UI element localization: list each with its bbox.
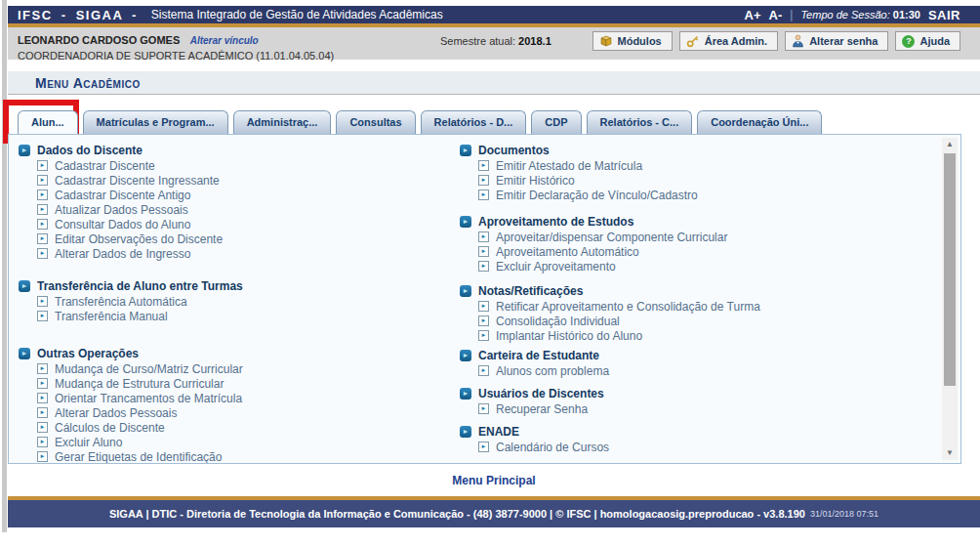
menu-column-left: ►Dados do Discente ►Cadastrar Discente ►… [19, 142, 438, 464]
tab-relatorios-d[interactable]: Relatórios - D... [421, 110, 527, 134]
session-time: 01:30 [893, 9, 920, 21]
scrollbar-up-arrow[interactable]: ▲ [942, 138, 958, 151]
menu-item-mudanca-de-estrutura-curricular[interactable]: ►Mudança de Estrutura Curricular [37, 376, 438, 391]
user-unit: COORDENADORIA DE SUPORTE ACADÊMICO (11.0… [18, 50, 980, 62]
section-arrow-icon: ► [460, 388, 471, 400]
item-arrow-icon: ► [478, 301, 489, 312]
menu-item-aproveitamento-automatico[interactable]: ►Aproveitamento Automático [478, 244, 936, 259]
menu-item-cadastrar-discente-antigo[interactable]: ►Cadastrar Discente Antigo [37, 188, 438, 202]
admin-area-button[interactable]: Área Admin. [679, 31, 778, 51]
section-usuarios-de-discentes: ►Usuários de Discentes ►Recuperar Senha [460, 385, 936, 416]
tab-relatorios-c[interactable]: Relatórios - C... [587, 110, 693, 134]
menu-column-right: ►Documentos ►Emitir Atestado de Matrícul… [460, 142, 936, 454]
user-info-bar: LEONARDO CARDOSO GOMES Alterar vínculo C… [8, 27, 980, 60]
menu-item-atualizar-dados-pessoais[interactable]: ►Atualizar Dados Pessoais [37, 202, 438, 217]
section-title: Usuários de Discentes [478, 387, 604, 400]
menu-item-label: Calendário de Cursos [496, 441, 609, 454]
menu-item-emitir-atestado[interactable]: ►Emitir Atestado de Matrícula [478, 158, 936, 173]
item-arrow-icon: ► [478, 246, 489, 257]
menu-item-mudanca-de-curso-matriz[interactable]: ►Mudança de Curso/Matriz Curricular [37, 361, 438, 376]
menu-item-label: Alunos com problema [496, 364, 609, 378]
main-menu-link[interactable]: Menu Principal [8, 474, 980, 488]
menu-item-alunos-com-problema[interactable]: ►Alunos com problema [478, 363, 936, 378]
footer-timestamp: 31/01/2018 07:51 [810, 509, 878, 519]
item-arrow-icon: ► [37, 219, 48, 230]
section-title: Outras Operações [37, 347, 139, 360]
menu-item-label: Aproveitamento Automático [496, 245, 639, 259]
session-label: Tempo de Sessão: [800, 9, 889, 21]
menu-item-consolidacao-individual[interactable]: ►Consolidação Individual [478, 314, 936, 328]
section-aproveitamento-de-estudos: ►Aproveitamento de Estudos ►Aproveitar/d… [460, 213, 936, 274]
page-title: Menu Acadêmico [35, 75, 141, 91]
scrollbar-thumb[interactable] [944, 153, 956, 386]
menu-item-calculos-de-discente[interactable]: ►Cálculos de Discente [37, 420, 438, 435]
change-password-button[interactable]: Alterar senha [785, 31, 888, 51]
section-arrow-icon: ► [460, 285, 471, 297]
item-arrow-icon: ► [37, 248, 48, 259]
change-bond-link[interactable]: Alterar vínculo [190, 35, 259, 46]
semester-label: Semestre atual: [440, 35, 515, 47]
section-arrow-icon: ► [19, 145, 30, 156]
section-title: Aproveitamento de Estudos [478, 215, 633, 229]
tab-administracao[interactable]: Administraç... [233, 110, 332, 134]
menu-item-excluir-aproveitamento[interactable]: ►Excluir Aproveitamento [478, 259, 936, 274]
tab-matriculas-e-programas[interactable]: Matrículas e Program... [83, 110, 228, 134]
menu-item-label: Cadastrar Discente [55, 159, 155, 173]
menu-tabs: Alun... Matrículas e Program... Administ… [18, 110, 980, 134]
item-arrow-icon: ► [37, 363, 48, 374]
menu-item-label: Editar Observações do Discente [55, 232, 223, 246]
menu-item-label: Consolidação Individual [496, 315, 620, 328]
tab-cdp[interactable]: CDP [531, 110, 581, 134]
menu-item-label: Alterar Dados de Ingresso [55, 247, 190, 261]
font-decrease-button[interactable]: A- [769, 8, 783, 22]
item-arrow-icon: ► [37, 233, 48, 244]
item-arrow-icon: ► [37, 160, 48, 171]
menu-item-retificar-aproveitamento[interactable]: ►Retificar Aproveitamento e Consolidação… [478, 299, 936, 314]
menu-item-label: Alterar Dados Pessoais [55, 406, 177, 420]
menu-item-transferencia-manual[interactable]: ►Transferência Manual [37, 309, 438, 323]
window-left-gutter [2, 0, 7, 532]
menu-item-cadastrar-discente-ingressante[interactable]: ►Cadastrar Discente Ingressante [37, 173, 438, 188]
item-arrow-icon: ► [37, 189, 48, 200]
section-enade: ►ENADE ►Calendário de Cursos [460, 423, 936, 454]
section-carteira-de-estudante: ►Carteira de Estudante ►Alunos com probl… [460, 347, 936, 378]
menu-item-consultar-dados-do-aluno[interactable]: ►Consultar Dados do Aluno [37, 217, 438, 231]
menu-item-label: Cadastrar Discente Antigo [55, 189, 190, 202]
menu-item-gerar-etiquetas[interactable]: ►Gerar Etiquetas de Identificação [37, 449, 438, 464]
menu-item-editar-observacoes-do-discente[interactable]: ►Editar Observações do Discente [37, 231, 438, 246]
section-outras-operacoes: ►Outras Operações ►Mudança de Curso/Matr… [19, 345, 438, 464]
font-increase-button[interactable]: A+ [745, 8, 761, 22]
tab-coordenacao-unica[interactable]: Coordenação Úni... [697, 110, 822, 134]
help-button[interactable]: ? Ajuda [895, 31, 960, 51]
help-icon: ? [902, 35, 915, 48]
menu-item-emitir-historico[interactable]: ►Emitir Histórico [478, 173, 936, 188]
menu-item-excluir-aluno[interactable]: ►Excluir Aluno [37, 435, 438, 449]
menu-item-recuperar-senha[interactable]: ►Recuperar Senha [478, 401, 936, 416]
modules-button-label: Módulos [618, 35, 662, 47]
menu-item-orientar-trancamentos[interactable]: ►Orientar Trancamentos de Matrícula [37, 391, 438, 405]
menu-item-cadastrar-discente[interactable]: ►Cadastrar Discente [37, 158, 438, 173]
menu-item-implantar-historico[interactable]: ►Implantar Histórico do Aluno [478, 328, 936, 343]
tab-consultas[interactable]: Consultas [336, 110, 415, 134]
item-arrow-icon: ► [37, 175, 48, 186]
modules-button[interactable]: Módulos [592, 31, 673, 51]
item-arrow-icon: ► [478, 261, 489, 272]
item-arrow-icon: ► [478, 316, 489, 326]
menu-item-calendario-de-cursos[interactable]: ►Calendário de Cursos [478, 440, 936, 454]
tab-alunos[interactable]: Alun... [18, 110, 78, 134]
menu-item-transferencia-automatica[interactable]: ►Transferência Automática [37, 294, 438, 309]
scrollbar-down-arrow[interactable]: ▼ [942, 446, 958, 460]
item-arrow-icon: ► [478, 442, 489, 452]
menu-item-aproveitar-dispensar-componente[interactable]: ►Aproveitar/dispensar Componente Curricu… [478, 230, 936, 244]
modules-box-icon [599, 34, 613, 48]
menu-item-emitir-declaracao[interactable]: ►Emitir Declaração de Vínculo/Cadastro [478, 188, 936, 202]
section-arrow-icon: ► [460, 145, 471, 156]
section-title: ENADE [478, 425, 519, 439]
item-arrow-icon: ► [37, 451, 48, 462]
logout-button[interactable]: SAIR [928, 8, 960, 22]
menu-item-label: Excluir Aproveitamento [496, 260, 616, 274]
section-notas-retificacoes: ►Notas/Retificações ►Retificar Aproveita… [460, 282, 936, 343]
menu-item-alterar-dados-pessoais[interactable]: ►Alterar Dados Pessoais [37, 405, 438, 420]
menu-item-label: Atualizar Dados Pessoais [55, 203, 188, 217]
menu-item-alterar-dados-de-ingresso[interactable]: ►Alterar Dados de Ingresso [37, 246, 438, 261]
